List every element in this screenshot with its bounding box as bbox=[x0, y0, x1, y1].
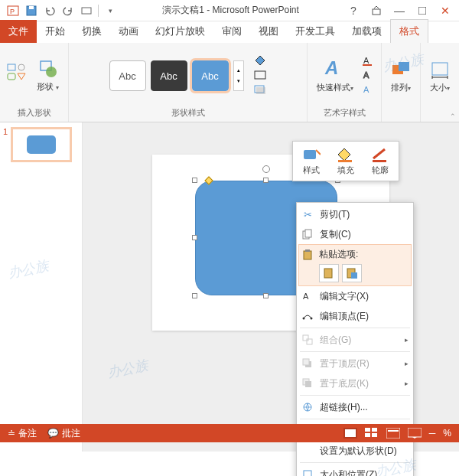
arrange-label: 排列 bbox=[391, 83, 408, 92]
svg-rect-48 bbox=[365, 433, 370, 437]
separator bbox=[98, 5, 99, 17]
group-label-shape-styles: 形状样式 bbox=[171, 106, 205, 120]
size-button[interactable]: 大小▾ bbox=[427, 59, 453, 95]
thumb-preview[interactable] bbox=[11, 127, 72, 162]
tab-slideshow[interactable]: 幻灯片放映 bbox=[147, 20, 213, 43]
resize-handle-t[interactable] bbox=[263, 178, 269, 183]
paste-use-theme[interactable] bbox=[319, 264, 339, 282]
menu-separator bbox=[300, 462, 410, 463]
resize-handle-tl[interactable] bbox=[192, 178, 197, 183]
ribbon-collapse-icon[interactable]: ⌃ bbox=[450, 112, 456, 120]
resize-handle-bl[interactable] bbox=[192, 293, 197, 298]
menu-copy[interactable]: 复制(C) bbox=[297, 224, 413, 244]
group-icon bbox=[300, 332, 315, 347]
shape-effects-button[interactable] bbox=[253, 84, 267, 97]
submenu-arrow: ▸ bbox=[405, 336, 409, 344]
ribbon-options-icon[interactable] bbox=[366, 2, 387, 19]
tab-file[interactable]: 文件 bbox=[0, 20, 37, 43]
close-icon[interactable]: ✕ bbox=[435, 2, 456, 19]
menu-group: 组合(G)▸ bbox=[297, 330, 413, 350]
comments-icon: 💬 bbox=[47, 428, 59, 439]
menu-size-position[interactable]: 大小和位置(Z)... bbox=[297, 465, 413, 476]
tab-start[interactable]: 开始 bbox=[37, 20, 73, 43]
svg-rect-47 bbox=[372, 428, 377, 432]
mini-style-button[interactable]: 样式 bbox=[296, 145, 327, 178]
maximize-icon[interactable] bbox=[412, 2, 433, 19]
titlebar: P ▾ 演示文稿1 - Microsoft PowerPoint ? — ✕ bbox=[0, 0, 459, 21]
resize-handle-l[interactable] bbox=[192, 235, 197, 240]
notes-button[interactable]: ≐备注 bbox=[8, 427, 37, 440]
arrange-button[interactable]: 排列▾ bbox=[388, 59, 414, 95]
paste-as-picture[interactable] bbox=[342, 264, 362, 282]
tab-addins[interactable]: 加载项 bbox=[343, 20, 390, 43]
svg-rect-5 bbox=[373, 9, 380, 15]
text-outline-button[interactable]: A bbox=[361, 70, 375, 83]
tab-review[interactable]: 审阅 bbox=[213, 20, 250, 43]
redo-icon[interactable] bbox=[60, 2, 76, 19]
ribbon-tabs: 文件 开始 切换 动画 幻灯片放映 审阅 视图 开发工具 加载项 格式 bbox=[0, 21, 459, 43]
reading-view-icon[interactable] bbox=[386, 428, 400, 439]
svg-point-8 bbox=[18, 64, 24, 70]
svg-rect-51 bbox=[388, 430, 399, 432]
mini-outline-icon bbox=[369, 146, 391, 163]
gallery-more-icon[interactable]: ▴▾ bbox=[233, 60, 244, 91]
svg-rect-12 bbox=[255, 71, 265, 79]
menu-cut[interactable]: ✂剪切(T) bbox=[297, 204, 413, 224]
rotate-handle[interactable] bbox=[262, 165, 270, 173]
shape-outline-button[interactable] bbox=[253, 70, 267, 83]
svg-rect-17 bbox=[363, 64, 372, 66]
qat-more-icon[interactable]: ▾ bbox=[102, 2, 119, 19]
slideshow-icon[interactable] bbox=[78, 2, 95, 19]
edit-points-icon bbox=[300, 308, 315, 324]
quick-styles-button[interactable]: A 快速样式▾ bbox=[314, 57, 356, 95]
hyperlink-icon bbox=[300, 399, 315, 415]
svg-rect-22 bbox=[432, 63, 448, 75]
minimize-icon[interactable]: — bbox=[389, 2, 410, 19]
menu-edit-text[interactable]: A编辑文字(X) bbox=[297, 286, 413, 306]
text-effects-button[interactable]: A bbox=[361, 84, 375, 97]
zoom-level[interactable]: % bbox=[443, 428, 451, 439]
slideshow-view-icon[interactable] bbox=[408, 428, 422, 439]
text-fill-button[interactable]: A bbox=[361, 55, 375, 68]
style-preset-1[interactable]: Abc bbox=[109, 60, 146, 91]
ribbon-group-wordart: A 快速样式▾ A A A 艺术字样式 bbox=[308, 43, 382, 122]
sorter-view-icon[interactable] bbox=[365, 428, 379, 439]
mini-outline-button[interactable]: 轮廓 bbox=[364, 145, 396, 178]
menu-bring-front: 置于顶层(R)▸ bbox=[297, 354, 413, 373]
shape-fill-button[interactable] bbox=[253, 55, 267, 68]
menu-set-default[interactable]: 设置为默认形状(D) bbox=[297, 441, 413, 461]
svg-rect-49 bbox=[372, 433, 377, 437]
thumbnail-pane[interactable]: 1 bbox=[0, 122, 83, 452]
menu-separator bbox=[300, 351, 410, 352]
quick-styles-label: 快速样式 bbox=[317, 83, 350, 92]
svg-text:A: A bbox=[363, 70, 369, 80]
mini-fill-button[interactable]: 填充 bbox=[330, 145, 362, 178]
menu-separator bbox=[300, 328, 410, 328]
style-preset-2[interactable]: Abc bbox=[151, 60, 187, 91]
slide-thumb-1[interactable]: 1 bbox=[3, 127, 79, 162]
save-icon[interactable] bbox=[23, 2, 40, 19]
tab-devtools[interactable]: 开发工具 bbox=[287, 20, 343, 43]
style-preset-3[interactable]: Abc bbox=[192, 60, 229, 91]
tab-switch[interactable]: 切换 bbox=[73, 20, 110, 43]
tab-anim[interactable]: 动画 bbox=[110, 20, 147, 43]
ppt-icon[interactable]: P bbox=[5, 2, 21, 19]
menu-hyperlink[interactable]: 超链接(H)... bbox=[297, 397, 413, 417]
tab-format[interactable]: 格式 bbox=[390, 19, 428, 43]
svg-rect-30 bbox=[324, 269, 332, 278]
tab-view[interactable]: 视图 bbox=[250, 20, 287, 43]
menu-edit-points[interactable]: 编辑顶点(E) bbox=[297, 306, 413, 326]
edit-text-icon: A bbox=[300, 289, 315, 304]
help-icon[interactable]: ? bbox=[343, 2, 364, 19]
window-controls: ? — ✕ bbox=[343, 2, 459, 19]
svg-rect-32 bbox=[351, 272, 357, 279]
shapes-icon bbox=[39, 60, 57, 80]
normal-view-icon[interactable] bbox=[343, 428, 357, 439]
wordart-icon: A bbox=[324, 59, 347, 80]
shapes-button[interactable]: 形状 ▾ bbox=[34, 58, 62, 94]
comments-button[interactable]: 💬批注 bbox=[47, 427, 80, 440]
resize-handle-b[interactable] bbox=[263, 293, 269, 298]
undo-icon[interactable] bbox=[41, 2, 58, 19]
shapes-gallery-icon[interactable] bbox=[6, 63, 29, 90]
svg-text:A: A bbox=[303, 292, 309, 301]
